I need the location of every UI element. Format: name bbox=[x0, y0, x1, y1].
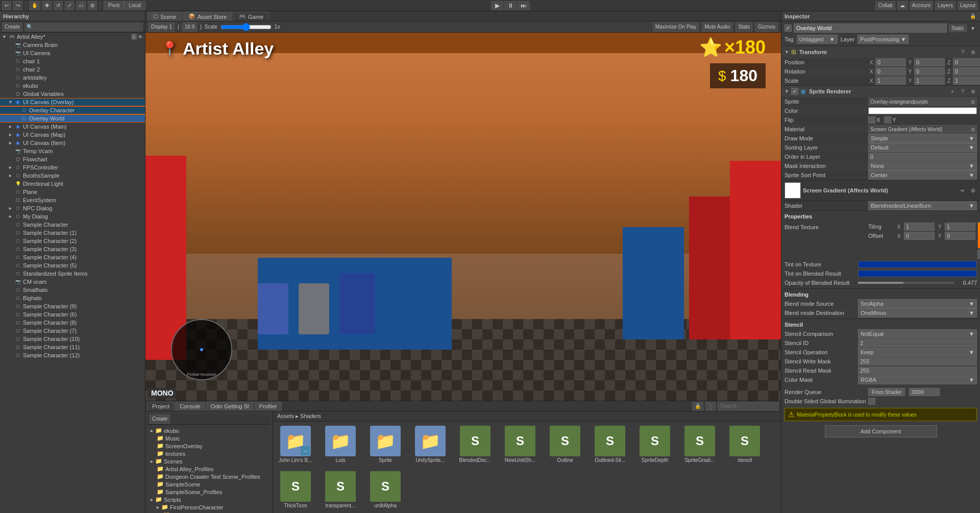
blend-source-dropdown[interactable]: SrcAlpha ▼ bbox=[858, 299, 977, 308]
pivot-button[interactable]: Pivot bbox=[104, 1, 124, 10]
flip-y-checkbox[interactable] bbox=[884, 116, 891, 124]
folder-sample-scene-profiles[interactable]: 📁 SampleScene_Profiles bbox=[148, 488, 271, 496]
hierarchy-item-overlay-world[interactable]: □ Overlay World bbox=[0, 114, 145, 123]
hierarchy-item-sample-char-2[interactable]: □ Sample Character (2) bbox=[0, 237, 145, 245]
hierarchy-item-sample-9[interactable]: □ Sample Character (9) bbox=[0, 302, 145, 310]
folder-textures[interactable]: 📁 textures bbox=[148, 450, 271, 457]
hierarchy-item-sample-10[interactable]: □ Sample Character (10) bbox=[0, 335, 145, 343]
hierarchy-item-chair2[interactable]: □ chair 2 bbox=[0, 65, 145, 74]
local-button[interactable]: Local bbox=[124, 1, 145, 10]
step-button[interactable]: ⏭ bbox=[518, 1, 530, 10]
hierarchy-item-sample-char-3[interactable]: □ Sample Character (3) bbox=[0, 245, 145, 253]
profiler-tab[interactable]: Profiler bbox=[255, 402, 282, 411]
asset-sprite-depth[interactable]: S SpriteDepth bbox=[634, 424, 675, 465]
hierarchy-item-overlay-character[interactable]: □ Overlay Character bbox=[0, 106, 145, 114]
hierarchy-item-sample-8[interactable]: □ Sample Character (8) bbox=[0, 319, 145, 327]
hierarchy-item-std-sprite[interactable]: □ Standardized Sprite Items bbox=[0, 270, 145, 278]
hierarchy-item-temp-vcam[interactable]: 📷 Temp Vcam bbox=[0, 147, 145, 155]
hierarchy-item-ui-canvas-overlay[interactable]: ▼ ◉ UI Canvas (Overlay) bbox=[0, 98, 145, 106]
hierarchy-item-artistalley[interactable]: □ artistalley bbox=[0, 74, 145, 82]
asset-unlit-alpha[interactable]: S unlitAlpha bbox=[365, 469, 406, 510]
scene-tab-asset-store[interactable]: 📦 Asset Store bbox=[183, 12, 232, 21]
color-mask-dropdown[interactable]: RGBA ▼ bbox=[858, 375, 977, 384]
position-y[interactable] bbox=[914, 58, 945, 66]
blend-dest-dropdown[interactable]: OneMinus ▼ bbox=[858, 308, 977, 317]
layout-button[interactable]: Layout bbox=[958, 1, 978, 10]
asset-luts[interactable]: 📁 Luts bbox=[320, 424, 361, 465]
hierarchy-item-sample-11[interactable]: □ Sample Character (11) bbox=[0, 343, 145, 351]
hierarchy-item-sample-char-4[interactable]: □ Sample Character (4) bbox=[0, 253, 145, 261]
folder-music[interactable]: 📁 Music bbox=[148, 434, 271, 442]
project-tab[interactable]: Project bbox=[148, 402, 174, 411]
asset-sprite-gradi[interactable]: S SpriteGradi... bbox=[679, 424, 720, 465]
sprite-renderer-header[interactable]: ▼ ▣ Sprite Renderer + ? ⚙ bbox=[781, 86, 980, 97]
scene-tab-game[interactable]: 🎮 Game bbox=[233, 12, 269, 21]
stencil-write-mask-input[interactable] bbox=[858, 357, 977, 365]
sorting-layer-dropdown[interactable]: Default ▼ bbox=[868, 143, 977, 152]
color-picker[interactable] bbox=[868, 107, 977, 114]
rotation-y[interactable] bbox=[914, 67, 945, 76]
move-tool[interactable]: ✚ bbox=[42, 1, 52, 10]
layers-button[interactable]: Layers bbox=[935, 1, 955, 10]
project-create-button[interactable]: Create bbox=[150, 414, 170, 424]
hierarchy-item-booths[interactable]: ► □ BoothsSample bbox=[0, 172, 145, 180]
asset-sprite[interactable]: 📁 Sprite bbox=[365, 424, 406, 465]
render-queue-input[interactable] bbox=[909, 388, 940, 396]
stencil-comparison-dropdown[interactable]: NotEqual ▼ bbox=[858, 329, 977, 338]
material-edit-button[interactable]: ✏ bbox=[959, 186, 967, 194]
tiling-x[interactable] bbox=[904, 223, 935, 231]
shader-dropdown[interactable]: Blendmodes/LinearBurn ▼ bbox=[868, 201, 977, 210]
asset-blended[interactable]: S BlendedDec... bbox=[455, 424, 496, 465]
rotate-tool[interactable]: ↺ bbox=[54, 1, 63, 10]
folder-artist-alley-profiles[interactable]: 📁 Artist Alley_Profiles bbox=[148, 465, 271, 473]
folder-ekubo[interactable]: ► 📁 ekubo bbox=[148, 427, 271, 434]
hierarchy-item-ui-camera[interactable]: 📷 UI Camera bbox=[0, 49, 145, 57]
undo-button[interactable]: ↩ bbox=[2, 1, 11, 10]
hierarchy-item-smallhalo[interactable]: □ Smallhalo bbox=[0, 286, 145, 294]
position-z[interactable] bbox=[953, 58, 980, 66]
static-arrow-button[interactable]: ▼ bbox=[969, 24, 977, 32]
hierarchy-item-bighalo[interactable]: □ Bighalo bbox=[0, 294, 145, 302]
add-component-button[interactable]: Add Component bbox=[825, 425, 937, 437]
create-button[interactable]: Create bbox=[2, 22, 22, 32]
asset-john-lims[interactable]: 📁 → John Lim's B... bbox=[275, 424, 316, 465]
folder-first-person[interactable]: ► 📁 FirstPersonCharacter bbox=[148, 503, 271, 511]
hierarchy-item-sample-12[interactable]: □ Sample Character (12) bbox=[0, 351, 145, 359]
sort-point-dropdown[interactable]: Center ▼ bbox=[868, 170, 977, 180]
offset-x[interactable] bbox=[904, 232, 935, 240]
account-button[interactable]: Account bbox=[910, 1, 933, 10]
ratio-dropdown[interactable]: 16:9 bbox=[182, 22, 197, 32]
console-tab[interactable]: Console bbox=[175, 402, 205, 411]
asset-new-unlit[interactable]: S NewUnlitSh... bbox=[500, 424, 541, 465]
hierarchy-item-sample-char-1[interactable]: □ Sample Character (1) bbox=[0, 229, 145, 237]
hierarchy-item-npc-dialog[interactable]: ► □ NPC Dialog bbox=[0, 204, 145, 212]
info-icon-button[interactable]: ? bbox=[959, 48, 967, 56]
maximize-on-play-button[interactable]: Maximize On Play bbox=[653, 22, 699, 32]
lock-button[interactable]: 🔒 bbox=[692, 402, 703, 411]
settings-icon-button[interactable]: ⚙ bbox=[969, 48, 977, 56]
asset-outline[interactable]: S Outline bbox=[545, 424, 585, 465]
material-settings-button[interactable]: ⚙ bbox=[969, 186, 977, 194]
scale-tool[interactable]: ⤢ bbox=[65, 1, 74, 10]
mute-audio-button[interactable]: Mute Audio bbox=[702, 22, 732, 32]
sr-active-checkbox[interactable] bbox=[791, 88, 798, 95]
select-texture-button[interactable]: Select bbox=[977, 250, 980, 259]
stats-button[interactable]: Stats bbox=[736, 22, 752, 32]
folder-sample-scene[interactable]: 📁 SampleScene bbox=[148, 480, 271, 488]
rotation-z[interactable] bbox=[953, 67, 980, 76]
hierarchy-item-plane[interactable]: □ Plane bbox=[0, 188, 145, 196]
rotation-x[interactable] bbox=[875, 67, 906, 76]
transform-tool[interactable]: ⊞ bbox=[88, 1, 97, 10]
play-button[interactable]: ▶ bbox=[491, 1, 503, 10]
scale-y[interactable] bbox=[914, 77, 945, 85]
collab-button[interactable]: Collab bbox=[875, 1, 895, 10]
tint-texture-color[interactable] bbox=[858, 261, 977, 268]
hierarchy-item-sample-char[interactable]: □ Sample Character bbox=[0, 221, 145, 229]
position-x[interactable] bbox=[875, 58, 906, 66]
folder-screenoverlay[interactable]: 📁 ScreenOverlay bbox=[148, 442, 271, 450]
hierarchy-item-dir-light[interactable]: 💡 Directional Light bbox=[0, 180, 145, 188]
layer-dropdown[interactable]: PostProcessing ▼ bbox=[857, 35, 909, 44]
hierarchy-item-ui-canvas-map[interactable]: ► ◉ UI Canvas (Map) bbox=[0, 131, 145, 139]
gizmos-button[interactable]: Gizmos bbox=[755, 22, 778, 32]
hierarchy-item-fps[interactable]: ► □ FPSController bbox=[0, 163, 145, 172]
